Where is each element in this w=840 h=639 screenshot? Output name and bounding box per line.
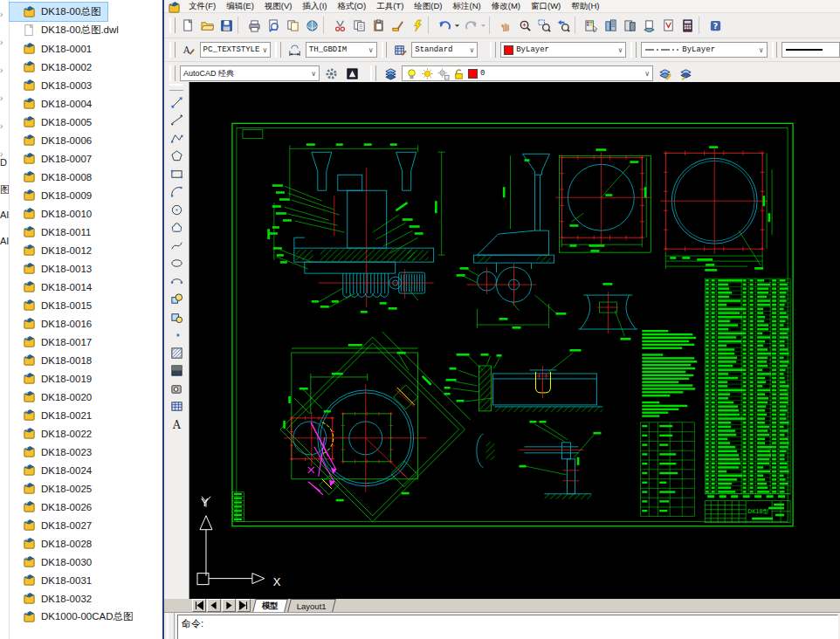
toolbar-grip[interactable] xyxy=(382,42,388,58)
dark-doc-button[interactable] xyxy=(342,64,361,83)
tree-chevron-icon[interactable]: › xyxy=(0,122,9,131)
point-button[interactable] xyxy=(166,326,187,345)
line-button[interactable] xyxy=(166,93,187,112)
toolbar-grip[interactable] xyxy=(169,84,183,91)
redo-button[interactable] xyxy=(461,16,480,35)
xline-button[interactable] xyxy=(166,112,187,130)
file-item[interactable]: DK18-0022 xyxy=(10,424,162,443)
designcenter-button[interactable] xyxy=(601,16,620,35)
menu-item[interactable]: 帮助(H) xyxy=(566,0,604,13)
menu-item[interactable]: 标注(N) xyxy=(448,0,486,13)
view3d-button[interactable] xyxy=(302,16,321,35)
table-style-combo[interactable]: Standard∨ xyxy=(411,42,478,58)
zoom-previous-button[interactable] xyxy=(554,16,573,35)
nav-next-button[interactable] xyxy=(222,599,236,612)
color-control-combo[interactable]: ByLayer∨ xyxy=(500,42,626,58)
file-item[interactable]: DK18-0025 xyxy=(10,479,162,498)
revcloud-button[interactable] xyxy=(166,219,187,237)
layer-vp-freeze-icon[interactable] xyxy=(437,67,450,80)
spline-button[interactable] xyxy=(166,237,187,255)
file-item[interactable]: DK18-0006 xyxy=(10,131,162,149)
tree-item-fragment[interactable]: AI xyxy=(0,236,9,246)
toolbar-grip[interactable] xyxy=(169,42,176,58)
tree-chevron-icon[interactable]: › xyxy=(0,38,9,47)
menu-item[interactable]: 窗口(W) xyxy=(526,0,566,13)
file-item[interactable]: DK18-0008 xyxy=(10,168,162,186)
lineweight-control-combo[interactable] xyxy=(781,42,840,58)
toolbar-grip[interactable] xyxy=(630,42,637,58)
ellipse-button[interactable] xyxy=(166,255,187,273)
file-item[interactable]: DK18-0011 xyxy=(10,223,162,241)
tab-layout1[interactable]: Layout1 xyxy=(287,599,336,612)
workspace-combo[interactable]: AutoCAD 经典∨ xyxy=(180,65,320,81)
text-style-button[interactable]: A xyxy=(180,40,198,59)
publish-button[interactable] xyxy=(283,16,302,35)
help-button[interactable]: ? xyxy=(706,16,725,35)
nav-first-button[interactable] xyxy=(192,599,206,612)
file-item[interactable]: DK18-0007 xyxy=(10,149,162,168)
new-button[interactable] xyxy=(178,16,197,35)
table-button[interactable] xyxy=(166,398,187,416)
file-item[interactable]: DK18-0003 xyxy=(10,76,162,94)
quickcalc-button[interactable] xyxy=(678,16,697,35)
text-style-combo[interactable]: PC_TEXTSTYLE∨ xyxy=(200,42,272,58)
layers-pencil-button[interactable] xyxy=(655,64,674,83)
file-item[interactable]: DK18-00总图.dwl xyxy=(10,21,162,39)
pline-button[interactable] xyxy=(166,129,187,148)
file-item[interactable]: DK18-0027 xyxy=(10,516,162,534)
toolbar-grip[interactable] xyxy=(169,65,176,81)
markup-button[interactable] xyxy=(658,16,678,35)
toolbar-grip[interactable] xyxy=(370,65,376,81)
file-item[interactable]: DK18-0015 xyxy=(10,296,162,314)
file-item[interactable]: DK18-0018 xyxy=(10,351,162,369)
rectangle-button[interactable] xyxy=(166,165,187,183)
open-button[interactable] xyxy=(197,16,217,35)
file-item[interactable]: DK18-0009 xyxy=(10,186,162,204)
toolbar-grip[interactable] xyxy=(169,17,176,33)
plot-button[interactable] xyxy=(244,16,264,35)
file-item[interactable]: DK18-0031 xyxy=(10,571,162,589)
copy-button[interactable] xyxy=(349,16,368,35)
toolbar-grip[interactable] xyxy=(490,42,496,58)
file-item[interactable]: DK18-0004 xyxy=(10,94,162,113)
layer-control-combo[interactable]: 0 ∨ xyxy=(402,65,653,81)
cut-button[interactable] xyxy=(330,16,349,35)
circle-button[interactable] xyxy=(166,201,187,219)
tree-chevron-icon[interactable]: › xyxy=(0,66,9,75)
toolbar-grip[interactable] xyxy=(772,42,778,58)
tab-model[interactable]: 模型 xyxy=(252,599,288,612)
tree-chevron-icon[interactable]: › xyxy=(0,10,9,19)
tree-item-fragment[interactable]: D xyxy=(0,157,9,168)
toolbar-grip[interactable] xyxy=(275,42,281,58)
file-item[interactable]: DK18-0001 xyxy=(10,39,162,58)
file-item[interactable]: DK18-0005 xyxy=(10,113,162,131)
toolbar-grip[interactable] xyxy=(167,613,175,639)
tree-chevron-icon[interactable]: › xyxy=(0,94,9,103)
make-block-button[interactable] xyxy=(166,308,187,326)
paste-button[interactable] xyxy=(368,16,388,35)
file-item[interactable]: DK18-0030 xyxy=(10,553,162,571)
zoom-window-button[interactable] xyxy=(534,16,554,35)
linetype-control-combo[interactable]: ByLayer∨ xyxy=(641,42,767,58)
layer-thaw-icon[interactable] xyxy=(421,67,434,80)
table-style-button[interactable] xyxy=(391,40,410,59)
menu-item[interactable]: 修改(M) xyxy=(486,0,526,13)
dim-style-combo[interactable]: TH_GBDIM∨ xyxy=(306,42,377,58)
file-item[interactable]: DK1000-00CAD总图 xyxy=(10,608,162,626)
blockedit-button[interactable] xyxy=(407,16,426,35)
file-item[interactable]: DK18-0023 xyxy=(10,443,162,461)
menu-item[interactable]: 文件(F) xyxy=(183,0,221,13)
toolpalettes-button[interactable] xyxy=(620,16,639,35)
arc-button[interactable] xyxy=(166,183,187,202)
file-item[interactable]: DK18-0014 xyxy=(10,278,162,296)
layer-unlock-icon[interactable] xyxy=(452,67,465,80)
sheetset-button[interactable] xyxy=(639,16,658,35)
file-item[interactable]: DK18-0020 xyxy=(10,388,162,406)
menu-item[interactable]: 插入(I) xyxy=(297,0,332,13)
region-button[interactable] xyxy=(166,380,187,398)
menu-item[interactable]: 编辑(E) xyxy=(221,0,259,13)
ellipse-arc-button[interactable] xyxy=(166,272,187,291)
pan-button[interactable] xyxy=(496,16,515,35)
menu-item[interactable]: 工具(T) xyxy=(371,0,409,13)
file-item[interactable]: DK18-0032 xyxy=(10,589,162,608)
